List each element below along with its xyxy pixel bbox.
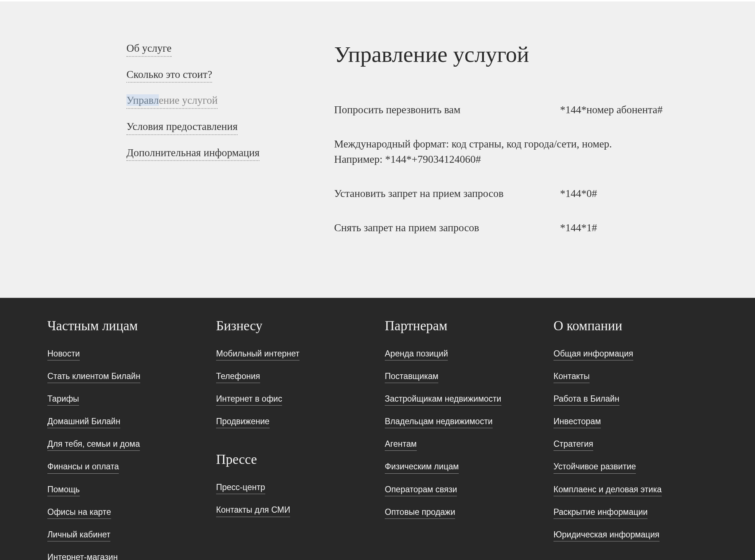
footer-link[interactable]: Интернет-магазин	[47, 552, 118, 560]
footer-link[interactable]: Стратегия	[553, 438, 593, 451]
info-row-full: Международный формат: код страны, код го…	[334, 136, 662, 167]
footer-link[interactable]: Владельцам недвижимости	[385, 416, 493, 428]
footer-col-partners: Партнерам Аренда позиций Поставщикам Зас…	[385, 318, 539, 560]
footer-link[interactable]: Контакты	[553, 371, 590, 383]
footer-link[interactable]: Работа в Билайн	[553, 393, 619, 406]
footer-link[interactable]: Офисы на карте	[47, 506, 111, 519]
footer-col-personal: Частным лицам Новости Стать клиентом Бил…	[47, 318, 202, 560]
row-value: *144*номер абонента#	[560, 102, 699, 117]
footer-link[interactable]: Операторам связи	[385, 484, 457, 496]
content-section: Об услуге Сколько это стоит? Управление …	[0, 1, 755, 298]
sidebar-item-highlight: Управл	[126, 94, 159, 106]
footer-link[interactable]: Юридическая информация	[553, 529, 660, 541]
footer-link[interactable]: Домашний Билайн	[47, 416, 120, 428]
row-value: *144*1#	[560, 220, 699, 235]
info-row: Снять запрет на прием запросов *144*1#	[334, 220, 699, 235]
footer-link[interactable]: Общая информация	[553, 348, 633, 360]
footer-link[interactable]: Оптовые продажи	[385, 506, 455, 519]
sidebar-item-price[interactable]: Сколько это стоит?	[126, 68, 212, 83]
row-label: Попросить перезвонить вам	[334, 102, 560, 117]
footer-link[interactable]: Помощь	[47, 484, 80, 496]
footer-link[interactable]: Мобильный интернет	[216, 348, 300, 360]
footer-link[interactable]: Комплаенс и деловая этика	[553, 484, 662, 496]
row-value: *144*0#	[560, 186, 699, 201]
footer-heading: Прессе	[216, 451, 370, 467]
footer-heading: Партнерам	[385, 318, 539, 334]
footer-heading: Бизнесу	[216, 318, 370, 334]
footer-link[interactable]: Финансы и оплата	[47, 461, 119, 473]
sidebar-item-manage[interactable]: Управление услугой	[126, 94, 218, 109]
sidebar-item-terms[interactable]: Условия предоставления	[126, 120, 238, 135]
footer-link[interactable]: Физическим лицам	[385, 461, 459, 473]
footer-link[interactable]: Интернет в офис	[216, 393, 282, 406]
footer-link[interactable]: Агентам	[385, 438, 417, 451]
footer-link[interactable]: Аренда позиций	[385, 348, 448, 360]
footer-heading: Частным лицам	[47, 318, 202, 334]
sidebar-nav: Об услуге Сколько это стоит? Управление …	[126, 42, 272, 254]
footer-col-about: О компании Общая информация Контакты Раб…	[553, 318, 708, 560]
footer-link[interactable]: Стать клиентом Билайн	[47, 371, 140, 383]
footer-col-business: Бизнесу Мобильный интернет Телефония Инт…	[216, 318, 370, 560]
sidebar-item-about[interactable]: Об услуге	[126, 42, 172, 57]
footer-link[interactable]: Личный кабинет	[47, 529, 110, 541]
footer-heading: О компании	[553, 318, 708, 334]
page-title: Управление услугой	[334, 42, 699, 67]
footer-link[interactable]: Новости	[47, 348, 80, 360]
footer-columns: Частным лицам Новости Стать клиентом Бил…	[47, 318, 708, 560]
footer-link[interactable]: Продвижение	[216, 416, 270, 428]
footer-link[interactable]: Поставщикам	[385, 371, 438, 383]
info-row: Установить запрет на прием запросов *144…	[334, 186, 699, 201]
footer-link[interactable]: Телефония	[216, 371, 260, 383]
sidebar-item-rest: ение услугой	[159, 94, 218, 106]
footer-link[interactable]: Устойчивое развитие	[553, 461, 636, 473]
footer: Частным лицам Новости Стать клиентом Бил…	[0, 298, 755, 560]
footer-link[interactable]: Тарифы	[47, 393, 79, 406]
main-content: Управление услугой Попросить перезвонить…	[334, 42, 699, 254]
footer-link[interactable]: Застройщикам недвижимости	[385, 393, 501, 406]
footer-link[interactable]: Для тебя, семьи и дома	[47, 438, 140, 451]
footer-link[interactable]: Контакты для СМИ	[216, 504, 290, 517]
sidebar-item-extra[interactable]: Дополнительная информация	[126, 146, 259, 161]
row-label: Установить запрет на прием запросов	[334, 186, 560, 201]
footer-link[interactable]: Пресс-центр	[216, 482, 265, 494]
footer-link[interactable]: Инвесторам	[553, 416, 601, 428]
row-label: Снять запрет на прием запросов	[334, 220, 560, 235]
footer-link[interactable]: Раскрытие информации	[553, 506, 648, 519]
info-row: Попросить перезвонить вам *144*номер або…	[334, 102, 699, 117]
